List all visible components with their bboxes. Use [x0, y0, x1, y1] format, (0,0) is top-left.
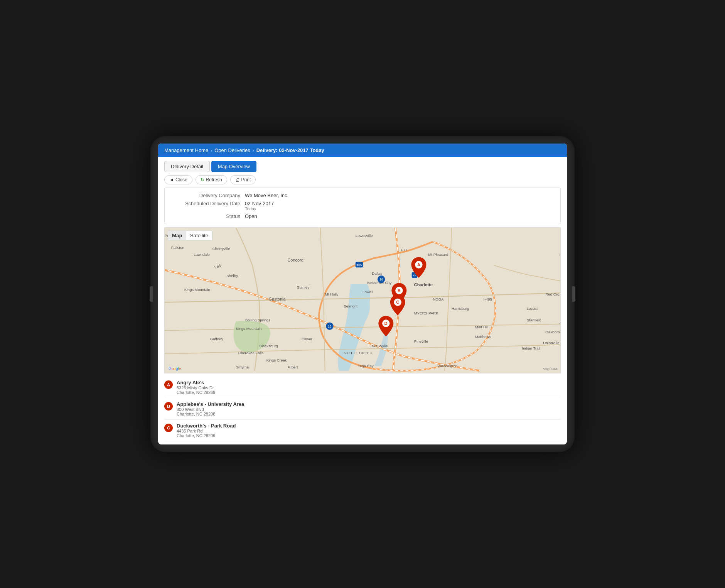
list-item: A Angry Ale's 5326 Misty Oaks Dr. Charlo… — [164, 377, 561, 398]
svg-text:Smyrna: Smyrna — [236, 365, 249, 369]
svg-text:Oakboro: Oakboro — [545, 330, 560, 334]
svg-text:Tega Cay: Tega Cay — [358, 364, 374, 368]
location-city-c: Charlotte, NC 28209 — [177, 433, 236, 438]
svg-text:Boiling Springs: Boiling Springs — [245, 318, 270, 322]
tablet-screen: Management Home › Open Deliveries › Deli… — [158, 144, 567, 444]
svg-text:Gastonia: Gastonia — [269, 297, 286, 301]
tab-delivery-detail[interactable]: Delivery Detail — [164, 161, 210, 172]
map-container[interactable]: Map Satellite — [164, 227, 561, 373]
google-logo: Google — [169, 367, 181, 371]
breadcrumb-current: Delivery: 02-Nov-2017 Today — [256, 147, 324, 153]
svg-text:Lowesville: Lowesville — [356, 233, 373, 238]
date-label: Scheduled Delivery Date — [171, 201, 240, 211]
print-icon: 🖨 — [235, 177, 240, 182]
svg-text:D: D — [384, 321, 388, 326]
svg-text:I-77: I-77 — [401, 248, 408, 252]
location-addr-a: 5326 Misty Oaks Dr. — [177, 385, 215, 390]
svg-text:Matthews: Matthews — [475, 335, 491, 339]
tab-map-overview[interactable]: Map Overview — [211, 161, 256, 172]
marker-c: C — [164, 424, 173, 432]
svg-text:Red Cross: Red Cross — [545, 292, 560, 296]
location-name-a: Angry Ale's — [177, 380, 215, 385]
map-data-label: Map data — [543, 367, 557, 371]
map-svg: I-85 I-77 I-485 Concord Mt Pleasant Shel… — [165, 228, 560, 373]
close-button[interactable]: ◄ Close — [164, 175, 192, 184]
location-city-a: Charlotte, NC 28269 — [177, 390, 215, 395]
location-name-b: Applebee's - University Area — [177, 401, 244, 407]
marker-b: B — [164, 402, 173, 411]
print-button[interactable]: 🖨 Print — [230, 175, 256, 184]
location-addr-c: 4435 Park Rd — [177, 429, 236, 433]
svg-text:Stanfield: Stanfield — [527, 318, 541, 322]
svg-text:Unionville: Unionville — [543, 341, 559, 345]
status-label: Status — [171, 213, 240, 219]
svg-text:B: B — [398, 288, 401, 293]
status-value: Open — [245, 213, 257, 219]
side-button-left — [150, 286, 153, 302]
svg-text:Belmont: Belmont — [344, 304, 357, 308]
map-toggle-map[interactable]: Map — [168, 231, 186, 240]
svg-text:MYERS PARK: MYERS PARK — [414, 311, 439, 315]
svg-text:Pineville: Pineville — [414, 339, 428, 343]
breadcrumb-deliveries[interactable]: Open Deliveries — [214, 147, 250, 153]
svg-text:Stanley: Stanley — [297, 285, 310, 289]
svg-text:Mint Hill: Mint Hill — [475, 325, 489, 329]
svg-text:C: C — [396, 300, 399, 304]
list-item: C Duckworth's - Park Road 4435 Park Rd C… — [164, 420, 561, 441]
svg-text:Harrisburg: Harrisburg — [452, 306, 469, 311]
svg-text:Weddington: Weddington — [438, 364, 458, 368]
svg-text:Kings Creek: Kings Creek — [266, 358, 287, 362]
list-item: B Applebee's - University Area 800 West … — [164, 398, 561, 420]
svg-text:A: A — [417, 262, 420, 267]
svg-text:16: 16 — [379, 277, 383, 281]
svg-text:Lawndale: Lawndale — [194, 252, 210, 257]
action-bar: ◄ Close ↻ Refresh 🖨 Print — [158, 172, 567, 188]
location-info-b: Applebee's - University Area 800 West Bl… — [177, 401, 244, 416]
breadcrumb: Management Home › Open Deliveries › Deli… — [158, 144, 567, 157]
map-toggle: Map Satellite — [168, 231, 212, 240]
svg-text:485: 485 — [356, 263, 362, 267]
svg-text:Cherryville: Cherryville — [212, 247, 230, 251]
refresh-button[interactable]: ↻ Refresh — [196, 175, 227, 184]
company-row: Delivery Company We Move Beer, Inc. — [171, 193, 554, 198]
svg-text:Concord: Concord — [287, 258, 303, 262]
date-row: Scheduled Delivery Date 02-Nov-2017 Toda… — [171, 201, 554, 211]
side-button-right — [572, 286, 575, 302]
map-toggle-satellite[interactable]: Satellite — [186, 231, 212, 240]
location-city-b: Charlotte, NC 28208 — [177, 412, 244, 416]
svg-text:Indian Trail: Indian Trail — [522, 346, 540, 350]
location-addr-b: 800 West Blvd — [177, 407, 244, 412]
map-background: Map Satellite — [165, 228, 560, 373]
marker-a: A — [164, 380, 173, 389]
svg-text:Blacksburg: Blacksburg — [259, 344, 278, 348]
refresh-label: Refresh — [206, 177, 222, 182]
status-row: Status Open — [171, 213, 554, 219]
svg-text:Kings Mountain: Kings Mountain — [236, 326, 262, 331]
svg-text:Clover: Clover — [302, 337, 313, 341]
svg-text:Kings Mountain: Kings Mountain — [184, 287, 210, 292]
location-info-c: Duckworth's - Park Road 4435 Park Rd Cha… — [177, 423, 236, 438]
location-name-c: Duckworth's - Park Road — [177, 423, 236, 429]
breadcrumb-sep-1: › — [211, 148, 212, 153]
date-value: 02-Nov-2017 Today — [245, 201, 274, 211]
company-value: We Move Beer, Inc. — [245, 193, 288, 198]
print-label: Print — [241, 177, 251, 182]
svg-text:I-485: I-485 — [484, 297, 492, 301]
svg-text:Locust: Locust — [527, 306, 538, 311]
svg-text:Lake Wylie: Lake Wylie — [369, 344, 388, 348]
svg-text:16: 16 — [328, 324, 332, 328]
location-list: A Angry Ale's 5326 Misty Oaks Dr. Charlo… — [164, 377, 561, 441]
svg-text:Shelby: Shelby — [226, 274, 238, 278]
svg-text:Cherokee Falls: Cherokee Falls — [238, 351, 264, 355]
svg-text:Lowell: Lowell — [362, 290, 373, 294]
svg-text:Aquadale: Aquadale — [560, 320, 560, 324]
breadcrumb-sep-2: › — [253, 148, 254, 153]
tablet-shell: Management Home › Open Deliveries › Deli… — [150, 136, 575, 452]
svg-text:New London: New London — [560, 252, 560, 257]
delivery-info-panel: Delivery Company We Move Beer, Inc. Sche… — [164, 188, 561, 224]
refresh-icon: ↻ — [201, 177, 204, 182]
svg-text:NODA: NODA — [433, 297, 444, 301]
breadcrumb-home[interactable]: Management Home — [164, 147, 208, 153]
company-label: Delivery Company — [171, 193, 240, 198]
svg-text:Gaffney: Gaffney — [210, 337, 223, 341]
